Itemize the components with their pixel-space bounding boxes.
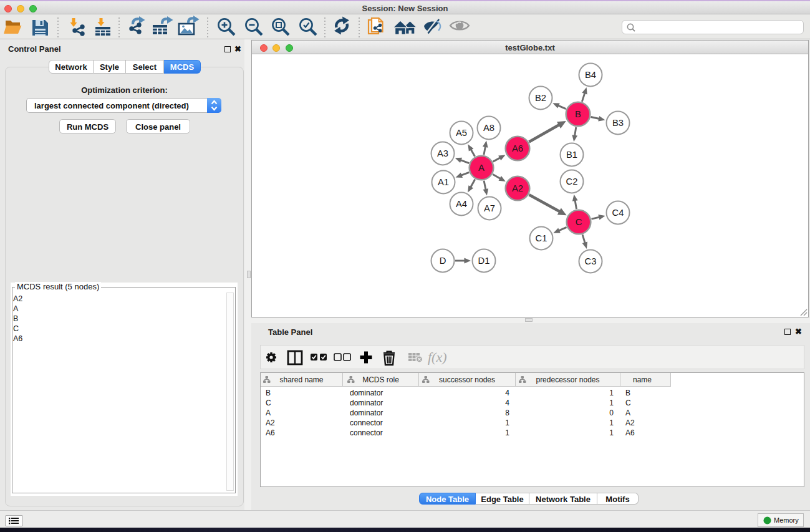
svg-text:B2: B2 [535, 93, 546, 103]
svg-text:A5: A5 [456, 128, 467, 138]
svg-text:D1: D1 [478, 256, 490, 266]
svg-text:A2: A2 [512, 183, 523, 193]
svg-text:A1: A1 [438, 177, 449, 187]
svg-text:A3: A3 [437, 148, 448, 158]
svg-text:B4: B4 [585, 70, 596, 80]
svg-text:B1: B1 [566, 150, 577, 160]
svg-text:D: D [440, 256, 446, 266]
svg-text:C1: C1 [536, 233, 547, 243]
svg-text:B: B [575, 109, 581, 119]
svg-text:A7: A7 [484, 203, 495, 213]
svg-text:C4: C4 [612, 208, 624, 218]
svg-text:A6: A6 [512, 143, 523, 153]
svg-text:A: A [478, 163, 485, 173]
svg-text:C3: C3 [585, 256, 597, 266]
svg-text:A4: A4 [456, 199, 467, 209]
svg-text:A8: A8 [483, 123, 494, 133]
svg-text:f(x): f(x) [428, 349, 447, 365]
svg-text:B3: B3 [612, 118, 624, 128]
svg-text:C: C [576, 217, 582, 227]
svg-text:C2: C2 [566, 177, 578, 186]
